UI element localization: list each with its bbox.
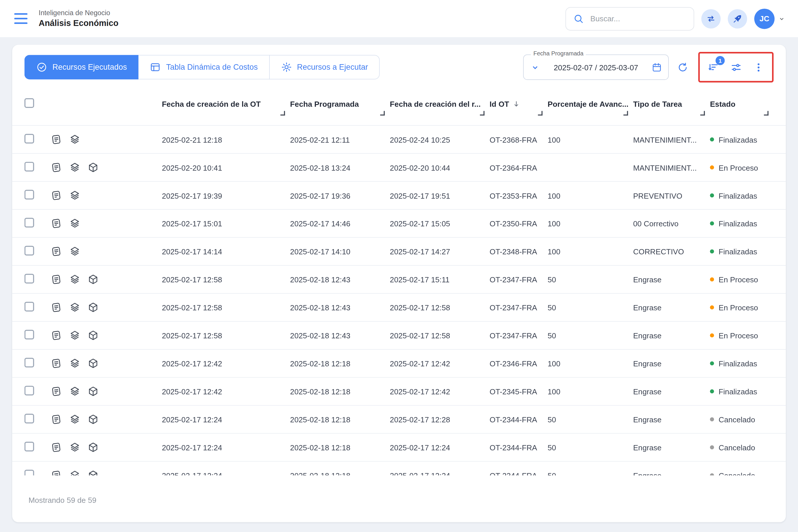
row-action-icons[interactable] [51,330,162,341]
status-label: Finalizadas [719,247,757,256]
row-checkbox[interactable] [24,134,34,144]
layers-icon [69,330,80,341]
column-header-estado[interactable]: Estado [710,90,774,118]
row-action-icons[interactable] [51,442,162,453]
table-row[interactable]: 2025-02-17 19:392025-02-17 19:362025-02-… [12,182,786,210]
date-range-picker[interactable]: Fecha Programada 2025-02-07 / 2025-03-07 [523,55,669,80]
more-options-button[interactable] [749,57,768,77]
status-label: Finalizadas [719,191,757,200]
filter-button[interactable]: 1 [704,57,723,77]
column-header-id-ot[interactable]: Id OT [490,90,548,118]
column-header-fecha-de-creacion-de-la-ot[interactable]: Fecha de creación de la OT [162,90,290,118]
row-action-icons[interactable] [51,274,162,285]
cell-ot-created: 2025-02-17 12:42 [162,387,290,396]
cell-ot-created: 2025-02-21 12:18 [162,135,290,144]
row-checkbox[interactable] [24,386,34,396]
column-header-porcentaje-de-avanc[interactable]: Porcentaje de Avanc... [548,90,633,118]
rocket-button[interactable] [728,9,747,28]
row-action-icons[interactable] [51,414,162,425]
cube-icon [88,470,99,475]
table-row[interactable]: 2025-02-17 12:422025-02-18 12:182025-02-… [12,378,786,406]
user-menu[interactable]: JC [754,8,786,29]
table-row[interactable]: 2025-02-17 12:582025-02-18 12:432025-02-… [12,266,786,294]
table-row[interactable]: 2025-02-17 15:012025-02-17 14:462025-02-… [12,210,786,238]
layers-icon [69,302,80,313]
rocket-icon [733,14,743,24]
cell-scheduled: 2025-02-18 12:43 [290,303,390,312]
row-action-icons[interactable] [51,470,162,475]
row-checkbox[interactable] [24,442,34,452]
row-action-icons[interactable] [51,134,162,145]
tab-recursos-a-ejecutar[interactable]: Recursos a Ejecutar [269,55,380,79]
table-row[interactable]: 2025-02-17 12:242025-02-18 12:182025-02-… [12,462,786,475]
cube-icon [88,330,99,341]
document-icon [51,218,62,229]
chevron-down-icon[interactable] [530,62,540,73]
row-checkbox[interactable] [24,358,34,367]
refresh-button[interactable] [673,57,692,77]
row-checkbox[interactable] [24,162,34,171]
row-action-icons[interactable] [51,358,162,369]
cell-progress: 50 [548,331,633,340]
avatar[interactable]: JC [754,8,775,29]
document-icon [51,302,62,313]
table-row[interactable]: 2025-02-21 12:182025-02-21 12:112025-02-… [12,126,786,154]
row-action-icons[interactable] [51,218,162,229]
table-row[interactable]: 2025-02-17 14:142025-02-17 14:102025-02-… [12,238,786,266]
table-actions: Fecha Programada 2025-02-07 / 2025-03-07… [523,52,774,82]
column-settings-button[interactable] [726,57,745,77]
column-resize-handle[interactable] [700,111,705,115]
cell-ot-created: 2025-02-17 12:24 [162,443,290,452]
column-resize-handle[interactable] [480,111,484,115]
cell-req-created: 2025-02-24 10:25 [390,135,490,144]
row-action-icons[interactable] [51,190,162,201]
row-checkbox[interactable] [24,470,34,475]
column-resize-handle[interactable] [380,111,385,115]
column-resize-handle[interactable] [624,111,628,115]
table-row[interactable]: 2025-02-17 12:582025-02-18 12:432025-02-… [12,294,786,322]
cell-scheduled: 2025-02-18 12:18 [290,443,390,452]
table-row[interactable]: 2025-02-17 12:242025-02-18 12:182025-02-… [12,434,786,462]
column-header-tipo-de-tarea[interactable]: Tipo de Tarea [633,90,710,118]
cell-req-created: 2025-02-17 12:24 [390,471,490,475]
cell-status: Finalizadas [710,135,774,144]
table-row[interactable]: 2025-02-17 12:242025-02-18 12:182025-02-… [12,406,786,434]
tab-tabla-dinamica-de-costos[interactable]: Tabla Dinámica de Costos [138,55,269,79]
column-header-fecha-de-creacion-del-r[interactable]: Fecha de creación del r... [390,90,490,118]
select-all-checkbox[interactable] [24,98,34,108]
tab-label: Recursos Ejecutados [53,63,127,72]
document-icon [51,246,62,257]
row-checkbox[interactable] [24,274,34,284]
calendar-icon[interactable] [651,62,662,73]
cell-task-type: Engrase [633,359,710,368]
row-checkbox[interactable] [24,246,34,255]
row-action-icons[interactable] [51,302,162,313]
row-checkbox[interactable] [24,302,34,311]
row-checkbox[interactable] [24,330,34,340]
column-label: Tipo de Tarea [633,99,682,108]
table-row[interactable]: 2025-02-17 12:422025-02-18 12:182025-02-… [12,350,786,378]
row-action-icons[interactable] [51,162,162,173]
row-checkbox[interactable] [24,414,34,423]
app-window: Inteligencia de Negocio Análisis Económi… [0,0,798,532]
search-box[interactable] [566,7,694,30]
swap-button[interactable] [701,9,720,28]
table-row[interactable]: 2025-02-20 10:412025-02-18 13:242025-02-… [12,154,786,182]
row-checkbox[interactable] [24,218,34,228]
column-resize-handle[interactable] [280,111,285,115]
column-resize-handle[interactable] [538,111,543,115]
row-action-icons[interactable] [51,246,162,257]
search-input[interactable] [589,14,687,23]
row-action-icons[interactable] [51,386,162,397]
menu-button[interactable] [12,11,30,26]
tab-recursos-ejecutados[interactable]: Recursos Ejecutados [24,55,139,79]
table-row[interactable]: 2025-02-17 12:582025-02-18 12:432025-02-… [12,322,786,350]
cell-task-type: Engrase [633,471,710,475]
status-dot [710,445,714,450]
tune-icon [730,61,742,73]
document-icon [51,358,62,369]
column-resize-handle[interactable] [764,111,768,115]
cell-scheduled: 2025-02-18 12:43 [290,331,390,340]
row-checkbox[interactable] [24,190,34,200]
column-header-fecha-programada[interactable]: Fecha Programada [290,90,390,118]
